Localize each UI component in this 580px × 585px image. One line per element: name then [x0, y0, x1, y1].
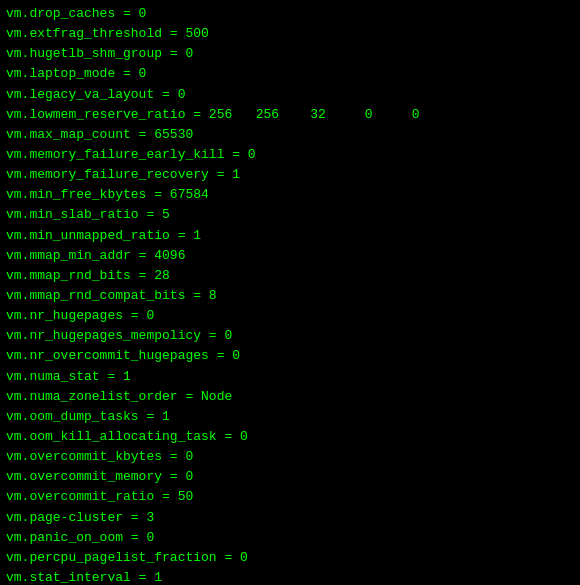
terminal-line: vm.mmap_rnd_bits = 28 — [6, 266, 574, 286]
terminal-line: vm.mmap_rnd_compat_bits = 8 — [6, 286, 574, 306]
terminal-line: vm.overcommit_kbytes = 0 — [6, 447, 574, 467]
terminal-line: vm.memory_failure_early_kill = 0 — [6, 145, 574, 165]
terminal-line: vm.overcommit_memory = 0 — [6, 467, 574, 487]
terminal-line: vm.nr_hugepages = 0 — [6, 306, 574, 326]
terminal-line: vm.extfrag_threshold = 500 — [6, 24, 574, 44]
terminal-line: vm.oom_dump_tasks = 1 — [6, 407, 574, 427]
terminal-line: vm.stat_interval = 1 — [6, 568, 574, 585]
terminal-line: vm.hugetlb_shm_group = 0 — [6, 44, 574, 64]
terminal-line: vm.nr_overcommit_hugepages = 0 — [6, 346, 574, 366]
terminal-line: vm.legacy_va_layout = 0 — [6, 85, 574, 105]
terminal-line: vm.min_slab_ratio = 5 — [6, 205, 574, 225]
terminal-line: vm.max_map_count = 65530 — [6, 125, 574, 145]
terminal-line: vm.numa_stat = 1 — [6, 367, 574, 387]
terminal-line: vm.memory_failure_recovery = 1 — [6, 165, 574, 185]
terminal-line: vm.page-cluster = 3 — [6, 508, 574, 528]
terminal-line: vm.laptop_mode = 0 — [6, 64, 574, 84]
terminal-line: vm.numa_zonelist_order = Node — [6, 387, 574, 407]
terminal-line: vm.drop_caches = 0 — [6, 4, 574, 24]
terminal-line: vm.overcommit_ratio = 50 — [6, 487, 574, 507]
terminal-line: vm.panic_on_oom = 0 — [6, 528, 574, 548]
terminal-line: vm.percpu_pagelist_fraction = 0 — [6, 548, 574, 568]
terminal-line: vm.lowmem_reserve_ratio = 256 256 32 0 0 — [6, 105, 574, 125]
terminal-output: vm.drop_caches = 0vm.extfrag_threshold =… — [6, 4, 574, 585]
terminal-line: vm.min_free_kbytes = 67584 — [6, 185, 574, 205]
terminal-line: vm.min_unmapped_ratio = 1 — [6, 226, 574, 246]
terminal-line: vm.nr_hugepages_mempolicy = 0 — [6, 326, 574, 346]
terminal-line: vm.mmap_min_addr = 4096 — [6, 246, 574, 266]
terminal-line: vm.oom_kill_allocating_task = 0 — [6, 427, 574, 447]
